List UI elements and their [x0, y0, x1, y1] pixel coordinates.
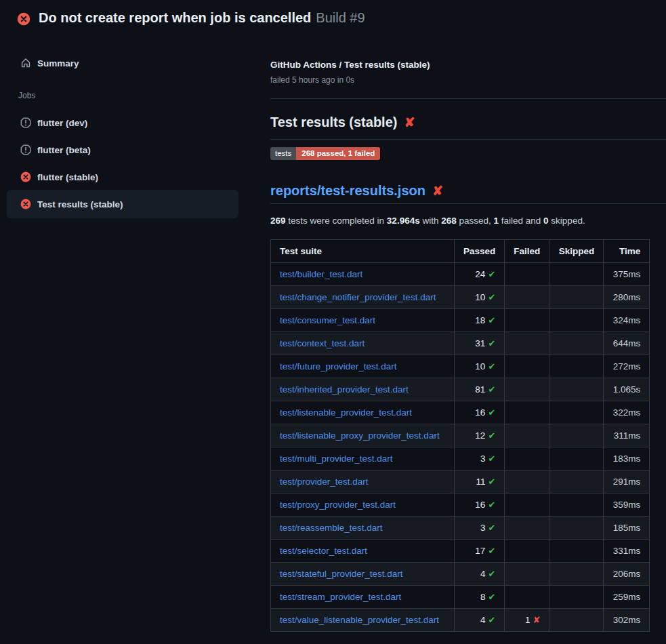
- red-x-icon: ✘: [432, 184, 443, 198]
- column-header-time: Time: [604, 240, 650, 263]
- suite-cell: test/provider_test.dart: [271, 470, 455, 494]
- report-file-link[interactable]: reports/test-results.json: [270, 183, 425, 198]
- passed-cell: 4✔: [455, 609, 505, 632]
- passed-cell: 8✔: [455, 586, 505, 609]
- failed-cell: [505, 378, 549, 401]
- section-heading: Test results (stable)✘: [270, 115, 415, 130]
- summary-number: 268: [441, 216, 457, 226]
- passed-cell: 12✔: [455, 424, 505, 447]
- summary-number: 0: [543, 216, 549, 226]
- sidebar-item-label: flutter (dev): [37, 118, 87, 128]
- failed-cell: [505, 309, 549, 332]
- divider: [270, 203, 666, 204]
- suite-cell: test/multi_provider_test.dart: [271, 447, 455, 470]
- table-row: test/context_test.dart31✔644ms: [271, 332, 650, 355]
- green-check-icon: ✔: [488, 523, 495, 533]
- suite-cell: test/listenable_proxy_provider_test.dart: [271, 424, 455, 447]
- sidebar-item-label: Summary: [37, 58, 79, 68]
- summary-text: with: [420, 216, 442, 226]
- table-row: test/inherited_provider_test.dart81✔1.06…: [271, 378, 650, 401]
- suite-cell: test/builder_test.dart: [271, 263, 455, 286]
- green-check-icon: ✔: [488, 477, 495, 487]
- suite-link[interactable]: test/future_provider_test.dart: [280, 361, 397, 371]
- table-header-row: Test suitePassedFailedSkippedTime: [271, 240, 650, 263]
- sidebar-item-job-1[interactable]: flutter (beta): [7, 136, 238, 163]
- time-cell: 324ms: [604, 309, 650, 332]
- passed-cell: 3✔: [455, 447, 505, 470]
- passed-cell: 4✔: [455, 563, 505, 586]
- table-row: test/reassemble_test.dart3✔185ms: [271, 517, 650, 540]
- failed-cell: [505, 563, 549, 586]
- suite-link[interactable]: test/change_notifier_provider_test.dart: [280, 292, 436, 302]
- suite-cell: test/listenable_provider_test.dart: [271, 401, 455, 424]
- time-cell: 280ms: [604, 286, 650, 309]
- green-check-icon: ✔: [488, 569, 495, 579]
- suite-link[interactable]: test/value_listenable_provider_test.dart: [280, 615, 439, 625]
- red-x-icon: ✘: [533, 615, 540, 625]
- suite-cell: test/consumer_test.dart: [271, 309, 455, 332]
- suite-link[interactable]: test/consumer_test.dart: [280, 315, 375, 325]
- green-check-icon: ✔: [488, 338, 495, 348]
- sidebar-item-job-3[interactable]: Test results (stable): [7, 190, 238, 218]
- failed-cell: [505, 263, 549, 286]
- suite-cell: test/stateful_provider_test.dart: [271, 563, 455, 586]
- skipped-cell: [549, 378, 604, 401]
- badge-label: tests: [270, 147, 296, 160]
- sidebar-item-job-0[interactable]: flutter (dev): [7, 109, 238, 136]
- sidebar-item-summary[interactable]: Summary: [7, 51, 238, 75]
- green-check-icon: ✔: [488, 546, 495, 556]
- x-circle-icon: [20, 172, 31, 182]
- sidebar-item-job-2[interactable]: flutter (stable): [7, 163, 238, 190]
- column-header-failed: Failed: [505, 240, 549, 263]
- failed-cell: [505, 355, 549, 378]
- skipped-cell: [549, 540, 604, 563]
- time-cell: 375ms: [604, 263, 650, 286]
- suite-link[interactable]: test/listenable_provider_test.dart: [280, 407, 412, 418]
- table-row: test/future_provider_test.dart10✔272ms: [271, 355, 650, 378]
- skipped-cell: [549, 563, 604, 586]
- sidebar-item-label: flutter (stable): [37, 172, 98, 182]
- green-check-icon: ✔: [488, 500, 495, 510]
- passed-cell: 3✔: [455, 517, 505, 540]
- suite-link[interactable]: test/selector_test.dart: [280, 546, 367, 556]
- suite-link[interactable]: test/proxy_provider_test.dart: [280, 500, 396, 510]
- skipped-cell: [549, 401, 604, 424]
- time-cell: 644ms: [604, 332, 650, 355]
- suite-link[interactable]: test/reassemble_test.dart: [280, 523, 383, 533]
- suite-link[interactable]: test/stream_provider_test.dart: [280, 592, 401, 602]
- sidebar-item-label: Test results (stable): [37, 199, 123, 209]
- suite-link[interactable]: test/inherited_provider_test.dart: [280, 384, 409, 395]
- summary-text: failed and: [499, 216, 543, 226]
- suite-cell: test/stream_provider_test.dart: [271, 586, 455, 609]
- suite-link[interactable]: test/stateful_provider_test.dart: [280, 569, 403, 579]
- suite-link[interactable]: test/multi_provider_test.dart: [280, 454, 393, 464]
- table-row: test/listenable_provider_test.dart16✔322…: [271, 401, 650, 424]
- time-cell: 359ms: [604, 494, 650, 517]
- test-results-table: Test suitePassedFailedSkippedTime test/b…: [270, 239, 650, 632]
- failed-cell: [505, 286, 549, 309]
- sidebar: Summary Jobs flutter (dev)flutter (beta)…: [0, 0, 257, 644]
- passed-cell: 17✔: [455, 540, 505, 563]
- breadcrumb: GitHub Actions / Test results (stable): [270, 60, 430, 70]
- failed-cell: [505, 447, 549, 470]
- passed-cell: 16✔: [455, 494, 505, 517]
- time-cell: 311ms: [604, 424, 650, 447]
- stop-icon: [20, 144, 31, 155]
- table-row: test/stateful_provider_test.dart4✔206ms: [271, 563, 650, 586]
- summary-number: 32.964s: [387, 216, 420, 226]
- suite-link[interactable]: test/builder_test.dart: [280, 269, 362, 279]
- table-row: test/builder_test.dart24✔375ms: [271, 263, 650, 286]
- suite-link[interactable]: test/context_test.dart: [280, 338, 365, 348]
- failed-cell: [505, 424, 549, 447]
- suite-link[interactable]: test/listenable_proxy_provider_test.dart: [280, 430, 440, 441]
- time-cell: 185ms: [604, 517, 650, 540]
- passed-cell: 10✔: [455, 355, 505, 378]
- failed-cell: [505, 401, 549, 424]
- green-check-icon: ✔: [488, 615, 495, 625]
- suite-cell: test/reassemble_test.dart: [271, 517, 455, 540]
- summary-text: passed,: [457, 216, 494, 226]
- green-check-icon: ✔: [488, 592, 495, 602]
- red-x-icon: ✘: [404, 115, 415, 129]
- suite-link[interactable]: test/provider_test.dart: [280, 477, 369, 487]
- suite-cell: test/inherited_provider_test.dart: [271, 378, 455, 401]
